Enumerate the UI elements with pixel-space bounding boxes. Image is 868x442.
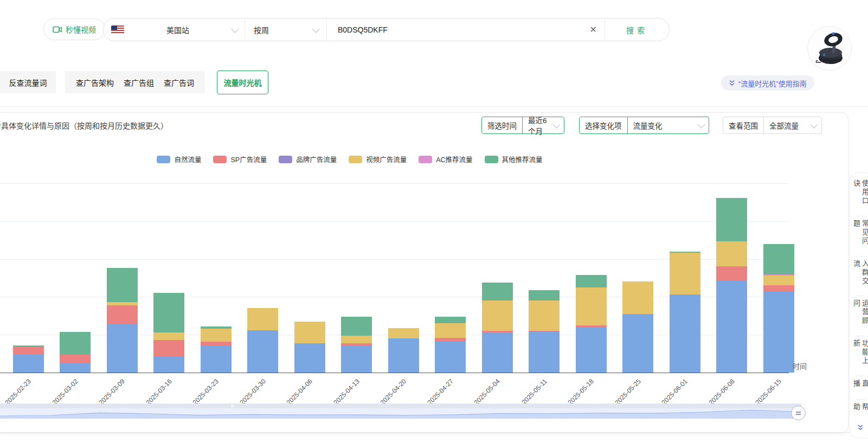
- sidebar-item-new-features[interactable]: 功能上新: [852, 339, 868, 373]
- bar-segment: [247, 308, 278, 330]
- legend-item[interactable]: 视频广告流量: [349, 154, 407, 164]
- video-tutorial-button[interactable]: 秒懂视频: [43, 18, 105, 40]
- legend-item[interactable]: AC推荐流量: [419, 154, 472, 164]
- bar-2025-03-23[interactable]: [201, 326, 232, 373]
- bar-segment: [60, 332, 91, 355]
- gridline: [0, 221, 789, 222]
- sidebar-item-help[interactable]: 帮助: [852, 403, 868, 419]
- double-chevron-down-icon: [729, 80, 735, 87]
- legend-swatch: [157, 156, 170, 163]
- legend-item[interactable]: 品牌广告流量: [279, 154, 337, 164]
- marketplace-select[interactable]: 美国站: [104, 18, 245, 41]
- bar-segment: [294, 343, 325, 373]
- sidebar-item-join-group[interactable]: 入群交流: [852, 260, 868, 293]
- collapse-double-chevron-icon[interactable]: [857, 424, 864, 431]
- datazoom-handle[interactable]: [791, 406, 806, 420]
- tab-ad-keyword[interactable]: 查广告词: [164, 77, 194, 88]
- tab-ad-group[interactable]: 查广告组: [124, 77, 154, 88]
- tab-reverse-keyword[interactable]: 反查流量词: [0, 71, 56, 93]
- chevron-down-icon: [810, 121, 818, 129]
- divider: [856, 256, 865, 257]
- bar-2025-06-01[interactable]: [670, 252, 700, 373]
- x-axis-name: 时间: [793, 361, 807, 371]
- search-button[interactable]: 搜索: [605, 18, 669, 41]
- chevron-down-icon: [312, 25, 319, 33]
- bar-segment: [294, 322, 325, 343]
- filter-label: 筛选时间: [482, 117, 523, 133]
- legend-swatch: [349, 156, 362, 163]
- bar-segment: [435, 341, 466, 373]
- bar-segment: [482, 332, 513, 373]
- bar-segment: [622, 281, 653, 313]
- legend-item[interactable]: SP广告流量: [213, 154, 267, 164]
- search-bar: 美国站 按周 B0DSQ5DKFF ✕ 搜索: [103, 18, 670, 41]
- legend-label: 其他推荐流量: [502, 154, 543, 164]
- clear-input-icon[interactable]: ✕: [590, 24, 597, 35]
- tab-ad-structure[interactable]: 查广告架构: [76, 77, 114, 88]
- period-select[interactable]: 按周: [245, 18, 327, 41]
- sidebar-item-faq[interactable]: 常见问题: [852, 220, 868, 253]
- bar-segment: [13, 347, 44, 355]
- bar-segment: [670, 294, 700, 373]
- bar-2025-05-25[interactable]: [622, 281, 653, 373]
- bar-2025-02-23[interactable]: [13, 345, 44, 373]
- bar-segment: [107, 324, 138, 373]
- bar-segment: [201, 329, 232, 342]
- legend-label: SP广告流量: [230, 154, 267, 164]
- usage-guide-link[interactable]: “流量时光机”使用指南: [721, 75, 814, 91]
- bar-2025-04-13[interactable]: [341, 317, 372, 373]
- legend-label: 品牌广告流量: [296, 154, 337, 164]
- filter-value: 流量变化: [628, 117, 698, 133]
- bar-segment: [13, 355, 44, 373]
- sidebar-item-live[interactable]: 直播: [852, 380, 868, 396]
- chevron-down-icon: [231, 25, 239, 33]
- bar-2025-03-16[interactable]: [153, 293, 184, 373]
- legend-label: AC推荐流量: [436, 154, 472, 164]
- traffic-time-machine-page: 秒懂视频 美国站 按周 B0DSQ5DKFF ✕ 搜索: [0, 0, 868, 442]
- bar-2025-03-02[interactable]: [60, 332, 91, 373]
- bar-segment: [576, 275, 607, 287]
- bar-2025-05-11[interactable]: [529, 290, 560, 373]
- bar-segment: [716, 241, 747, 266]
- bar-2025-06-15[interactable]: [763, 244, 794, 373]
- sidebar-item-consultant[interactable]: 运营顾问: [852, 299, 868, 332]
- divider: [856, 376, 865, 376]
- datazoom-preview: [0, 408, 801, 419]
- legend-label: 视频广告流量: [366, 154, 407, 164]
- sidebar-item-usage-tips[interactable]: 使用口诀: [852, 180, 868, 213]
- bar-2025-04-06[interactable]: [294, 322, 325, 373]
- bar-segment: [107, 305, 138, 324]
- bar-segment: [529, 290, 560, 301]
- bar-2025-03-30[interactable]: [247, 308, 278, 373]
- bar-2025-04-27[interactable]: [435, 317, 466, 373]
- filter-view-scope[interactable]: 查看范围 全部流量: [723, 117, 822, 134]
- gridline: [0, 183, 789, 184]
- legend-item[interactable]: 自然流量: [157, 154, 201, 164]
- stacked-bar-chart: [0, 183, 789, 373]
- bar-2025-03-09[interactable]: [107, 268, 138, 373]
- bar-2025-05-04[interactable]: [482, 283, 513, 373]
- bar-segment: [107, 268, 138, 302]
- bar-2025-04-20[interactable]: [388, 328, 419, 373]
- product-thumbnail[interactable]: [807, 26, 852, 71]
- asin-search-input[interactable]: B0DSQ5DKFF ✕: [327, 18, 605, 41]
- bar-segment: [482, 283, 513, 300]
- panel-subtitle: 看具体变化详情与原因（按周和按月历史数据更久）: [0, 120, 168, 131]
- tab-traffic-time-machine[interactable]: 流量时光机: [217, 71, 268, 94]
- filter-time-range[interactable]: 筛选时间 最近6个月: [481, 117, 564, 134]
- bar-segment: [763, 285, 794, 292]
- datazoom-slider[interactable]: [0, 408, 801, 419]
- legend-label: 自然流量: [174, 154, 201, 164]
- bar-segment: [763, 244, 794, 275]
- bar-segment: [153, 332, 184, 340]
- page-bottom-divider: [0, 432, 868, 433]
- bar-2025-06-08[interactable]: [716, 198, 747, 373]
- us-flag-icon: [111, 25, 124, 34]
- chart-legend: 自然流量SP广告流量品牌广告流量视频广告流量AC推荐流量其他推荐流量: [0, 154, 699, 164]
- filter-change-item[interactable]: 选择变化项 流量变化: [579, 117, 709, 134]
- bar-segment: [670, 253, 700, 294]
- divider: [856, 336, 865, 336]
- bar-2025-05-18[interactable]: [576, 275, 607, 373]
- legend-item[interactable]: 其他推荐流量: [485, 154, 543, 164]
- horizontal-scrollbar[interactable]: [0, 403, 801, 408]
